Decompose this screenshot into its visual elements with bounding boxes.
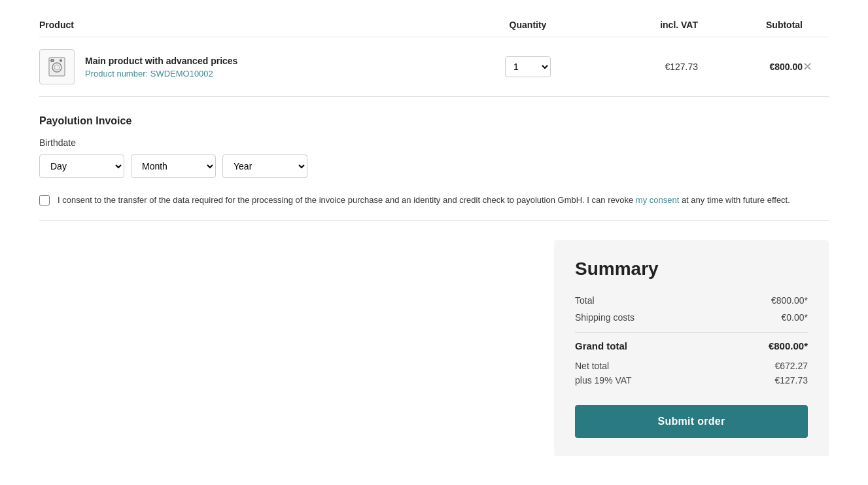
header-vat: incl. VAT [593, 20, 698, 30]
consent-checkbox[interactable] [39, 195, 50, 206]
total-value: €800.00* [771, 295, 808, 306]
net-total-value: €672.27 [774, 361, 808, 371]
grand-total-value: €800.00* [769, 340, 808, 351]
birthdate-row: Day 12345 678910 1112131415 1617181920 2… [39, 154, 829, 178]
shipping-value: €0.00* [782, 312, 808, 323]
consent-text: I consent to the transfer of the data re… [58, 194, 790, 207]
table-row: Main product with advanced prices Produc… [39, 37, 829, 97]
product-details: Main product with advanced prices Produc… [85, 56, 237, 79]
header-product: Product [39, 20, 462, 30]
svg-rect-3 [51, 60, 54, 62]
summary-shipping-line: Shipping costs €0.00* [575, 312, 808, 323]
submit-order-button[interactable]: Submit order [575, 405, 808, 438]
total-label: Total [575, 295, 595, 306]
birthdate-year-select[interactable]: Year 2005200420032002 2001200019991998 1… [222, 154, 307, 178]
header-actions [803, 20, 829, 30]
summary-box: Summary Total €800.00* Shipping costs €0… [554, 240, 829, 456]
summary-total-line: Total €800.00* [575, 295, 808, 306]
birthdate-label: Birthdate [39, 137, 829, 148]
product-thumbnail [39, 49, 75, 84]
product-name: Main product with advanced prices [85, 56, 237, 66]
header-subtotal: Subtotal [698, 20, 803, 30]
birthdate-day-select[interactable]: Day 12345 678910 1112131415 1617181920 2… [39, 154, 124, 178]
shipping-label: Shipping costs [575, 312, 634, 323]
washing-machine-icon [46, 56, 67, 77]
bottom-section: Summary Total €800.00* Shipping costs €0… [39, 240, 829, 456]
consent-row: I consent to the transfer of the data re… [39, 194, 829, 207]
quantity-wrapper: 1 2 3 4 5 [462, 56, 593, 77]
incl-vat-value: €127.73 [593, 62, 698, 72]
grand-total-label: Grand total [575, 340, 627, 351]
product-number: Product number: SWDEMO10002 [85, 69, 237, 79]
summary-grand-total-line: Grand total €800.00* [575, 332, 808, 351]
consent-link[interactable]: my consent [636, 195, 679, 205]
summary-net-total-line: Net total €672.27 [575, 361, 808, 371]
summary-vat-line: plus 19% VAT €127.73 [575, 375, 808, 386]
net-total-label: Net total [575, 361, 609, 371]
vat-label: plus 19% VAT [575, 375, 632, 386]
birthdate-month-select[interactable]: Month JanuaryFebruaryMarch AprilMayJune … [131, 154, 216, 178]
product-info: Main product with advanced prices Produc… [39, 49, 462, 84]
subtotal-value: €800.00 [698, 62, 803, 72]
payolution-title: Payolution Invoice [39, 115, 829, 127]
svg-point-4 [60, 60, 61, 61]
summary-title: Summary [575, 259, 808, 279]
quantity-stepper[interactable]: 1 2 3 4 5 [505, 56, 551, 77]
table-header: Product Quantity incl. VAT Subtotal [39, 13, 829, 37]
payolution-section: Payolution Invoice Birthdate Day 12345 6… [39, 115, 829, 221]
remove-button-wrapper: ✕ [803, 60, 829, 74]
header-quantity: Quantity [462, 20, 593, 30]
vat-value: €127.73 [774, 375, 808, 386]
remove-product-button[interactable]: ✕ [803, 60, 812, 74]
